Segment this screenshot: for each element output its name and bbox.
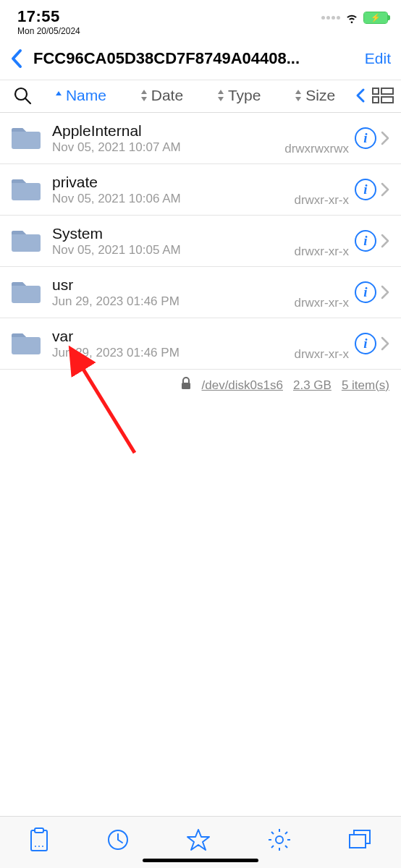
sort-by-type[interactable]: Type	[216, 87, 261, 104]
file-date: Jun 29, 2023 01:46 PM	[52, 346, 294, 360]
recent-icon[interactable]	[106, 828, 130, 851]
file-list: AppleInternalNov 05, 2021 10:07 AMdrwxrw…	[0, 113, 401, 370]
windows-icon[interactable]	[348, 829, 373, 851]
chevron-right-icon	[380, 130, 390, 146]
status-time-block: 17:55 Mon 20/05/2024	[17, 7, 80, 36]
file-permissions: drwxr-xr-x	[294, 193, 355, 209]
sort-icon	[216, 89, 225, 102]
file-name: var	[52, 327, 294, 346]
file-name: AppleInternal	[52, 122, 284, 140]
sort-name-label: Name	[66, 87, 106, 104]
sort-by-size[interactable]: Size	[294, 87, 335, 104]
svg-point-11	[38, 846, 40, 847]
status-indicators: ⚡	[321, 7, 388, 25]
status-date: Mon 20/05/2024	[17, 26, 80, 36]
chevron-right-icon	[380, 336, 390, 352]
info-button[interactable]: i	[355, 179, 376, 200]
sort-type-label: Type	[228, 87, 261, 104]
svg-rect-8	[31, 830, 47, 851]
file-row[interactable]: varJun 29, 2023 01:46 PMdrwxr-xr-xi	[0, 318, 401, 370]
file-name: usr	[52, 276, 294, 294]
disclosure-button[interactable]	[376, 336, 394, 352]
chevron-right-icon	[380, 233, 390, 249]
grid-view-icon[interactable]	[372, 87, 394, 104]
file-row-main: privateNov 05, 2021 10:06 AM	[42, 173, 294, 206]
svg-line-1	[25, 98, 30, 103]
file-permissions: drwxr-xr-x	[294, 244, 355, 260]
svg-point-10	[35, 846, 36, 847]
svg-rect-9	[35, 828, 43, 833]
star-icon[interactable]	[186, 827, 211, 852]
file-row[interactable]: privateNov 05, 2021 10:06 AMdrwxr-xr-xi	[0, 164, 401, 216]
file-row[interactable]: AppleInternalNov 05, 2021 10:07 AMdrwxrw…	[0, 113, 401, 164]
sort-columns: Name Date Type Size	[35, 87, 355, 104]
status-bar: 17:55 Mon 20/05/2024 ⚡	[0, 0, 401, 41]
svg-rect-3	[373, 97, 379, 103]
status-time: 17:55	[17, 7, 80, 26]
wifi-icon	[345, 10, 359, 25]
info-button[interactable]: i	[355, 127, 376, 149]
info-button[interactable]: i	[355, 333, 376, 354]
sort-by-date[interactable]: Date	[140, 87, 183, 104]
folder-icon	[10, 177, 42, 202]
file-permissions: drwxr-xr-x	[294, 347, 355, 363]
edit-button[interactable]: Edit	[359, 50, 391, 67]
battery-icon: ⚡	[363, 12, 388, 24]
disclosure-button[interactable]	[376, 284, 394, 300]
file-name: private	[52, 173, 294, 192]
folder-icon	[10, 229, 42, 253]
folder-icon	[10, 126, 42, 150]
disk-status-bar: /dev/disk0s1s6 2.3 GB 5 item(s)	[0, 370, 401, 401]
cellular-icon	[321, 16, 340, 20]
charging-icon: ⚡	[371, 13, 381, 22]
file-permissions: drwxrwxrwx	[284, 142, 355, 158]
folder-icon	[10, 331, 42, 356]
svg-rect-4	[381, 88, 393, 94]
chevron-left-icon[interactable]	[355, 87, 366, 104]
sort-icon	[140, 89, 148, 102]
file-row-main: varJun 29, 2023 01:46 PM	[42, 327, 294, 360]
clipboard-icon[interactable]	[28, 827, 50, 852]
info-button[interactable]: i	[355, 230, 376, 252]
chevron-right-icon	[380, 182, 390, 197]
info-button[interactable]: i	[355, 281, 376, 303]
chevron-left-icon	[10, 48, 25, 69]
search-icon	[13, 86, 32, 105]
chevron-right-icon	[380, 284, 390, 300]
search-button[interactable]	[10, 86, 35, 105]
file-date: Jun 29, 2023 01:46 PM	[52, 294, 294, 309]
view-controls	[355, 87, 394, 104]
file-row[interactable]: SystemNov 05, 2021 10:05 AMdrwxr-xr-xi	[0, 216, 401, 267]
disk-size[interactable]: 2.3 GB	[293, 378, 332, 393]
disclosure-button[interactable]	[376, 130, 394, 146]
file-name: System	[52, 224, 294, 243]
disclosure-button[interactable]	[376, 182, 394, 197]
disclosure-button[interactable]	[376, 233, 394, 249]
sort-asc-icon	[54, 90, 63, 101]
file-row-main: usrJun 29, 2023 01:46 PM	[42, 276, 294, 309]
file-date: Nov 05, 2021 10:06 AM	[52, 192, 294, 206]
svg-rect-2	[373, 88, 379, 94]
folder-icon	[10, 280, 42, 305]
navigation-bar: FCC96CA05D38CD7F8749A04408... Edit	[0, 41, 401, 80]
svg-rect-6	[182, 383, 190, 389]
sort-size-label: Size	[305, 87, 335, 104]
item-count[interactable]: 5 item(s)	[342, 378, 389, 393]
back-button[interactable]	[4, 48, 30, 69]
svg-rect-5	[381, 97, 393, 103]
sort-date-label: Date	[151, 87, 183, 104]
sort-bar: Name Date Type Size	[0, 80, 401, 113]
svg-point-12	[42, 846, 43, 847]
file-date: Nov 05, 2021 10:07 AM	[52, 140, 284, 155]
file-row[interactable]: usrJun 29, 2023 01:46 PMdrwxr-xr-xi	[0, 267, 401, 318]
page-title: FCC96CA05D38CD7F8749A04408...	[30, 49, 359, 68]
svg-rect-16	[350, 835, 366, 848]
gear-icon[interactable]	[267, 827, 292, 852]
sort-by-name[interactable]: Name	[54, 87, 106, 104]
home-indicator[interactable]	[143, 859, 258, 862]
file-row-main: AppleInternalNov 05, 2021 10:07 AM	[42, 122, 284, 155]
file-row-main: SystemNov 05, 2021 10:05 AM	[42, 224, 294, 258]
disk-path[interactable]: /dev/disk0s1s6	[202, 378, 283, 393]
sort-icon	[294, 89, 303, 102]
file-permissions: drwxr-xr-x	[294, 296, 355, 312]
